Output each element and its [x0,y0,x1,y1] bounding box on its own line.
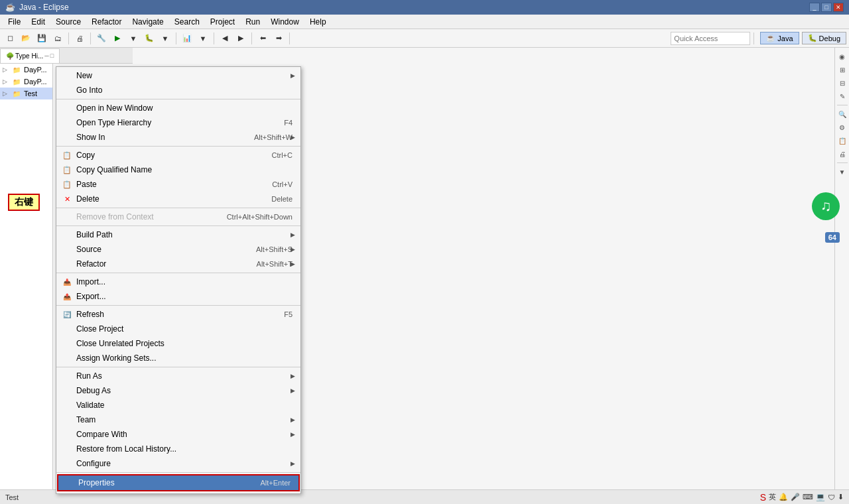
menu-source[interactable]: Source [50,16,86,28]
right-btn-3[interactable]: ⊟ [836,77,848,89]
ctx-refactor[interactable]: Refactor Alt+Shift+T [56,257,300,271]
run-button[interactable]: ▶ [110,31,125,46]
menu-help[interactable]: Help [304,16,332,28]
close-button[interactable]: ✕ [833,3,844,12]
ctx-assign-working-sets[interactable]: Assign Working Sets... [56,351,300,365]
ctx-new[interactable]: New [56,68,300,83]
ctx-close-project[interactable]: Close Project [56,322,300,336]
debug-button[interactable]: 🐛 [142,31,157,46]
ctx-copy-qualified-label: Copy Qualified Name [76,165,293,174]
debug-dropdown[interactable]: ▼ [158,31,172,46]
right-btn-2[interactable]: ⊞ [836,64,848,76]
sep3 [176,32,176,44]
ctx-team[interactable]: Team [56,412,300,427]
right-btn-1[interactable]: ◉ [836,50,848,62]
forward-button[interactable]: ➡ [271,31,286,46]
tree-item-test[interactable]: ▷ 📁 Test [0,88,52,99]
right-btn-5[interactable]: 🔍 [836,108,848,120]
status-icon-2[interactable]: 英 [769,492,776,502]
ctx-source[interactable]: Source Alt+Shift+S [56,242,300,257]
perspective-area: ☕ Java 🐛 Debug [760,32,846,44]
right-btn-7[interactable]: 📋 [836,135,848,147]
ctx-restore-local[interactable]: Restore from Local History... [56,442,300,456]
right-btn-8[interactable]: 🖨 [836,148,848,160]
menu-window[interactable]: Window [265,16,304,28]
status-icon-4[interactable]: 🎤 [791,493,800,501]
ctx-compare-with[interactable]: Compare With [56,427,300,442]
ctx-run-as[interactable]: Run As [56,369,300,383]
menu-navigate[interactable]: Navigate [127,16,168,28]
ctx-copy-shortcut: Ctrl+C [272,151,293,159]
next-edit-button[interactable]: ▶ [233,31,248,46]
ctx-configure[interactable]: Configure [56,456,300,471]
coverage-dropdown[interactable]: ▼ [196,31,210,46]
save-button[interactable]: 💾 [34,31,49,46]
ctx-debug-as[interactable]: Debug As [56,383,300,398]
ctx-delete-label: Delete [76,194,258,204]
ctx-close-unrelated[interactable]: Close Unrelated Projects [56,336,300,351]
ctx-copy[interactable]: 📋 Copy Ctrl+C [56,148,300,162]
ctx-validate[interactable]: Validate [56,398,300,412]
ctx-show-in[interactable]: Show In Alt+Shift+W [56,130,300,145]
ctx-paste[interactable]: 📋 Paste Ctrl+V [56,177,300,192]
expand-arrow: ▷ [3,90,9,97]
status-icon-5[interactable]: ⌨ [803,493,813,501]
refactor-button[interactable]: 🔧 [94,31,109,46]
copy-qualified-icon: 📋 [62,164,72,175]
tree-item-dayp1[interactable]: ▷ 📁 DayP... [0,64,52,76]
save-all-button[interactable]: 🗂 [50,31,65,46]
run-dropdown[interactable]: ▼ [126,31,141,46]
right-btn-9[interactable]: ▼ [836,166,848,178]
status-icon-7[interactable]: 🛡 [828,493,835,501]
title-bar-controls[interactable]: _ □ ✕ [809,3,844,12]
ctx-validate-label: Validate [76,401,293,410]
menu-refactor[interactable]: Refactor [86,16,127,28]
status-icon-6[interactable]: 💻 [816,493,825,501]
ctx-copy-label: Copy [76,151,259,160]
ctx-properties[interactable]: Properties Alt+Enter [57,474,300,491]
project-icon: 📁 [12,65,21,74]
ctx-delete[interactable]: ✕ Delete Delete [56,192,300,206]
ctx-copy-qualified[interactable]: 📋 Copy Qualified Name [56,162,300,177]
menu-project[interactable]: Project [205,16,240,28]
java-perspective-button[interactable]: ☕ Java [760,32,799,44]
status-icon-8[interactable]: ⬇ [838,493,844,501]
status-icon-1[interactable]: S [760,492,766,503]
ctx-open-type-hierarchy-shortcut: F4 [284,119,293,127]
ctx-build-path[interactable]: Build Path [56,227,300,242]
menu-search[interactable]: Search [169,16,205,28]
maximize-button[interactable]: □ [821,3,832,12]
minimize-button[interactable]: _ [809,3,820,12]
ctx-open-new-window[interactable]: Open in New Window [56,101,300,115]
coverage-button[interactable]: 📊 [180,31,194,46]
type-hierarchy-icon: 🌳 [6,52,14,60]
open-button[interactable]: 📂 [19,31,33,46]
ctx-refresh[interactable]: 🔄 Refresh F5 [56,307,300,322]
type-hierarchy-min[interactable]: ─ [44,52,48,59]
ctx-export[interactable]: 📤 Export... [56,289,300,304]
copy-icon: 📋 [62,150,72,160]
right-btn-4[interactable]: ✎ [836,90,848,102]
back-button[interactable]: ⬅ [255,31,270,46]
project-icon: 📁 [12,77,21,86]
prev-edit-button[interactable]: ◀ [218,31,232,46]
tab-type-hierarchy[interactable]: 🌳 Type Hi... ─ □ [0,48,60,63]
menu-run[interactable]: Run [240,16,265,28]
status-icon-3[interactable]: 🔔 [779,493,788,501]
menu-edit[interactable]: Edit [26,16,50,28]
print-button[interactable]: 🖨 [72,31,87,46]
tree-item-dayp2[interactable]: ▷ 📁 DayP... [0,76,52,88]
new-button[interactable]: ◻ [3,31,17,46]
ctx-open-type-hierarchy[interactable]: Open Type Hierarchy F4 [56,115,300,130]
sep4 [214,32,214,44]
ctx-import[interactable]: 📥 Import... [56,275,300,289]
right-btn-6[interactable]: ⚙ [836,121,848,133]
tree-item-label: DayP... [24,78,47,86]
quick-access-input[interactable] [671,32,750,45]
menu-file[interactable]: File [3,16,26,28]
spotify-icon[interactable]: ♫ [812,192,840,220]
type-hierarchy-max[interactable]: □ [50,52,54,59]
ctx-compare-with-label: Compare With [76,430,293,439]
ctx-go-into[interactable]: Go Into [56,83,300,97]
debug-perspective-button[interactable]: 🐛 Debug [802,32,846,44]
